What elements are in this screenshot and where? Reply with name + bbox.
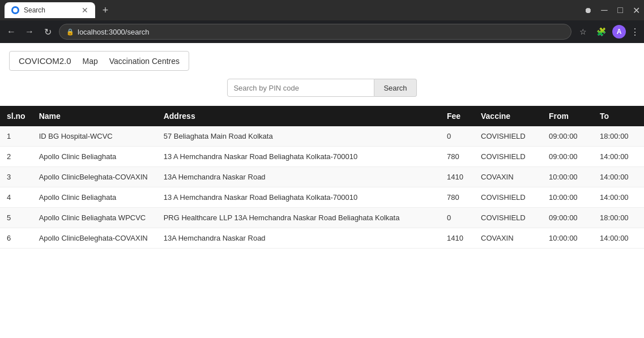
- cell-fee: 1410: [440, 167, 474, 187]
- cell-slno: 2: [0, 147, 32, 167]
- header-fee: Fee: [440, 106, 474, 126]
- cell-slno: 3: [0, 167, 32, 187]
- cell-vaccine: COVISHIELD: [474, 147, 542, 167]
- page-content: COVICOM2.0 Map Vaccination Centres Searc…: [0, 43, 644, 338]
- cell-vaccine: COVISHIELD: [474, 187, 542, 208]
- active-tab[interactable]: Search ✕: [5, 2, 95, 18]
- header-vaccine: Vaccine: [474, 106, 542, 126]
- cell-vaccine: COVAXIN: [474, 167, 542, 187]
- tab-close-button[interactable]: ✕: [82, 6, 88, 15]
- header-slno: sl.no: [0, 106, 32, 126]
- forward-button[interactable]: →: [23, 25, 36, 38]
- cell-fee: 780: [440, 147, 474, 167]
- cell-name: Apollo Clinic Beliaghata WPCVC: [32, 208, 157, 228]
- cell-slno: 6: [0, 228, 32, 249]
- header-address: Address: [157, 106, 440, 126]
- table-row: 2 Apollo Clinic Beliaghata 13 A Hemchand…: [0, 147, 644, 167]
- search-section: Search: [0, 79, 644, 97]
- cell-slno: 4: [0, 187, 32, 208]
- cell-address: 57 Beliaghata Main Road Kolkata: [157, 126, 440, 147]
- cell-vaccine: COVISHIELD: [474, 208, 542, 228]
- header-row: sl.no Name Address Fee Vaccine From To: [0, 106, 644, 126]
- tab-favicon: [11, 6, 19, 14]
- url-display: localhost:3000/search: [78, 28, 149, 36]
- menu-button[interactable]: ⋮: [630, 27, 639, 37]
- address-bar-row: ← → ↻ 🔒 localhost:3000/search ☆ 🧩 A ⋮: [0, 20, 644, 43]
- map-nav-link[interactable]: Map: [83, 57, 98, 66]
- minimize-button[interactable]: ─: [601, 7, 608, 14]
- cell-from: 09:00:00: [542, 147, 593, 167]
- site-nav: COVICOM2.0 Map Vaccination Centres: [9, 51, 189, 71]
- cell-vaccine: COVAXIN: [474, 228, 542, 249]
- table-row: 5 Apollo Clinic Beliaghata WPCVC PRG Hea…: [0, 208, 644, 228]
- maximize-button[interactable]: □: [617, 7, 624, 14]
- cell-fee: 0: [440, 126, 474, 147]
- refresh-button[interactable]: ↻: [41, 25, 54, 38]
- back-button[interactable]: ←: [5, 25, 18, 38]
- table-row: 3 Apollo ClinicBeleghata-COVAXIN 13A Hem…: [0, 167, 644, 187]
- cell-address: 13 A Hemchandra Naskar Road Beliaghata K…: [157, 187, 440, 208]
- cell-to: 18:00:00: [593, 126, 644, 147]
- cell-fee: 1410: [440, 228, 474, 249]
- cell-address: 13A Hemchandra Naskar Road: [157, 167, 440, 187]
- cell-from: 10:00:00: [542, 187, 593, 208]
- cell-from: 09:00:00: [542, 126, 593, 147]
- browser-chrome: Search ✕ + ⏺ ─ □ ✕ ← → ↻ 🔒 localhost:300…: [0, 0, 644, 43]
- svg-point-0: [13, 8, 18, 12]
- cell-name: Apollo Clinic Beliaghata: [32, 187, 157, 208]
- cell-to: 14:00:00: [593, 147, 644, 167]
- close-button[interactable]: ✕: [633, 7, 639, 14]
- cell-to: 14:00:00: [593, 228, 644, 249]
- extensions-button[interactable]: 🧩: [594, 25, 608, 38]
- cell-from: 10:00:00: [542, 167, 593, 187]
- lock-icon: 🔒: [66, 28, 74, 36]
- results-table: sl.no Name Address Fee Vaccine From To 1…: [0, 106, 644, 249]
- search-input[interactable]: [227, 79, 374, 97]
- site-logo: COVICOM2.0: [19, 56, 71, 66]
- record-icon: ⏺: [584, 6, 592, 15]
- header-to: To: [593, 106, 644, 126]
- cell-from: 09:00:00: [542, 208, 593, 228]
- cell-fee: 0: [440, 208, 474, 228]
- tab-bar: Search ✕ + ⏺ ─ □ ✕: [0, 0, 644, 20]
- cell-address: 13A Hemchandra Naskar Road: [157, 228, 440, 249]
- table-row: 6 Apollo ClinicBeleghata-COVAXIN 13A Hem…: [0, 228, 644, 249]
- cell-name: ID BG Hospital-WCVC: [32, 126, 157, 147]
- header-name: Name: [32, 106, 157, 126]
- header-from: From: [542, 106, 593, 126]
- toolbar-icons: ☆ 🧩 A ⋮: [576, 25, 639, 38]
- cell-fee: 780: [440, 187, 474, 208]
- table-row: 4 Apollo Clinic Beliaghata 13 A Hemchand…: [0, 187, 644, 208]
- table-row: 1 ID BG Hospital-WCVC 57 Beliaghata Main…: [0, 126, 644, 147]
- cell-vaccine: COVISHIELD: [474, 126, 542, 147]
- profile-button[interactable]: A: [612, 25, 626, 38]
- cell-from: 10:00:00: [542, 228, 593, 249]
- cell-to: 18:00:00: [593, 208, 644, 228]
- new-tab-button[interactable]: +: [97, 2, 113, 18]
- cell-name: Apollo Clinic Beliaghata: [32, 147, 157, 167]
- cell-address: 13 A Hemchandra Naskar Road Beliaghata K…: [157, 147, 440, 167]
- cell-slno: 5: [0, 208, 32, 228]
- cell-name: Apollo ClinicBeleghata-COVAXIN: [32, 228, 157, 249]
- tab-title: Search: [24, 6, 45, 14]
- table-header: sl.no Name Address Fee Vaccine From To: [0, 106, 644, 126]
- search-button[interactable]: Search: [374, 79, 416, 97]
- address-bar[interactable]: 🔒 localhost:3000/search: [59, 24, 572, 40]
- cell-slno: 1: [0, 126, 32, 147]
- star-button[interactable]: ☆: [576, 25, 590, 38]
- window-controls: ⏺ ─ □ ✕: [584, 6, 639, 15]
- cell-address: PRG Healthcare LLP 13A Hemchandra Naskar…: [157, 208, 440, 228]
- cell-to: 14:00:00: [593, 167, 644, 187]
- cell-name: Apollo ClinicBeleghata-COVAXIN: [32, 167, 157, 187]
- cell-to: 14:00:00: [593, 187, 644, 208]
- vaccination-nav-link[interactable]: Vaccination Centres: [109, 57, 180, 66]
- table-body: 1 ID BG Hospital-WCVC 57 Beliaghata Main…: [0, 126, 644, 249]
